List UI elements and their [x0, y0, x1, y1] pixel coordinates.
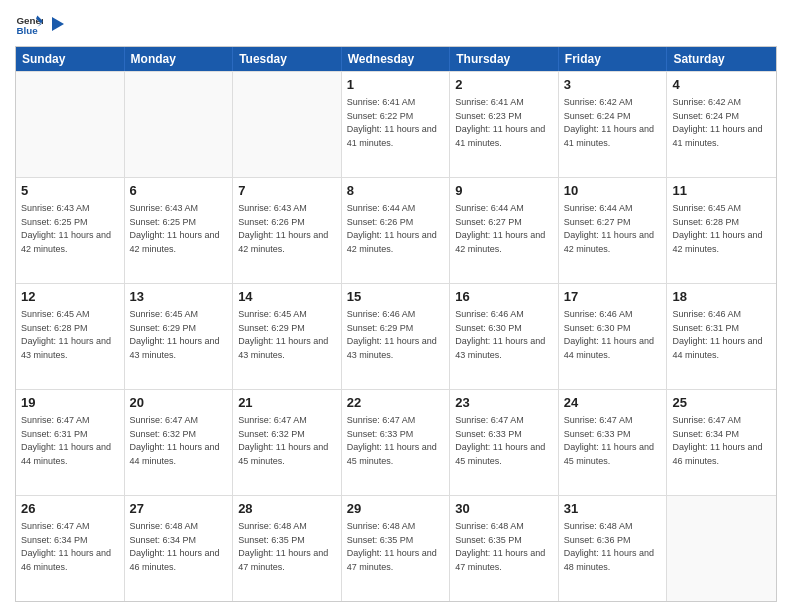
calendar-week-1: 1Sunrise: 6:41 AM Sunset: 6:22 PM Daylig… — [16, 71, 776, 177]
day-cell-4: 4Sunrise: 6:42 AM Sunset: 6:24 PM Daylig… — [667, 72, 776, 177]
day-cell-28: 28Sunrise: 6:48 AM Sunset: 6:35 PM Dayli… — [233, 496, 342, 601]
day-number: 23 — [455, 394, 553, 412]
day-cell-21: 21Sunrise: 6:47 AM Sunset: 6:32 PM Dayli… — [233, 390, 342, 495]
day-info: Sunrise: 6:48 AM Sunset: 6:35 PM Dayligh… — [238, 520, 336, 574]
day-number: 2 — [455, 76, 553, 94]
day-cell-26: 26Sunrise: 6:47 AM Sunset: 6:34 PM Dayli… — [16, 496, 125, 601]
day-header-thursday: Thursday — [450, 47, 559, 71]
day-header-saturday: Saturday — [667, 47, 776, 71]
day-info: Sunrise: 6:41 AM Sunset: 6:22 PM Dayligh… — [347, 96, 445, 150]
day-cell-10: 10Sunrise: 6:44 AM Sunset: 6:27 PM Dayli… — [559, 178, 668, 283]
svg-text:Blue: Blue — [16, 25, 38, 36]
day-number: 29 — [347, 500, 445, 518]
day-header-tuesday: Tuesday — [233, 47, 342, 71]
day-info: Sunrise: 6:43 AM Sunset: 6:25 PM Dayligh… — [21, 202, 119, 256]
day-number: 13 — [130, 288, 228, 306]
day-cell-8: 8Sunrise: 6:44 AM Sunset: 6:26 PM Daylig… — [342, 178, 451, 283]
day-cell-12: 12Sunrise: 6:45 AM Sunset: 6:28 PM Dayli… — [16, 284, 125, 389]
day-cell-25: 25Sunrise: 6:47 AM Sunset: 6:34 PM Dayli… — [667, 390, 776, 495]
day-info: Sunrise: 6:46 AM Sunset: 6:31 PM Dayligh… — [672, 308, 771, 362]
empty-cell — [233, 72, 342, 177]
calendar-week-3: 12Sunrise: 6:45 AM Sunset: 6:28 PM Dayli… — [16, 283, 776, 389]
day-number: 6 — [130, 182, 228, 200]
day-number: 7 — [238, 182, 336, 200]
day-cell-24: 24Sunrise: 6:47 AM Sunset: 6:33 PM Dayli… — [559, 390, 668, 495]
calendar-body: 1Sunrise: 6:41 AM Sunset: 6:22 PM Daylig… — [16, 71, 776, 601]
logo-icon: General Blue — [15, 10, 43, 38]
logo-triangle — [48, 15, 66, 33]
header: General Blue — [15, 10, 777, 38]
day-cell-16: 16Sunrise: 6:46 AM Sunset: 6:30 PM Dayli… — [450, 284, 559, 389]
calendar-week-5: 26Sunrise: 6:47 AM Sunset: 6:34 PM Dayli… — [16, 495, 776, 601]
day-info: Sunrise: 6:45 AM Sunset: 6:29 PM Dayligh… — [130, 308, 228, 362]
day-info: Sunrise: 6:47 AM Sunset: 6:34 PM Dayligh… — [21, 520, 119, 574]
calendar: SundayMondayTuesdayWednesdayThursdayFrid… — [15, 46, 777, 602]
day-info: Sunrise: 6:44 AM Sunset: 6:27 PM Dayligh… — [564, 202, 662, 256]
day-cell-31: 31Sunrise: 6:48 AM Sunset: 6:36 PM Dayli… — [559, 496, 668, 601]
day-info: Sunrise: 6:44 AM Sunset: 6:26 PM Dayligh… — [347, 202, 445, 256]
day-info: Sunrise: 6:48 AM Sunset: 6:35 PM Dayligh… — [347, 520, 445, 574]
day-number: 17 — [564, 288, 662, 306]
day-header-sunday: Sunday — [16, 47, 125, 71]
calendar-week-4: 19Sunrise: 6:47 AM Sunset: 6:31 PM Dayli… — [16, 389, 776, 495]
day-number: 21 — [238, 394, 336, 412]
day-cell-23: 23Sunrise: 6:47 AM Sunset: 6:33 PM Dayli… — [450, 390, 559, 495]
day-number: 31 — [564, 500, 662, 518]
day-number: 12 — [21, 288, 119, 306]
day-number: 24 — [564, 394, 662, 412]
day-cell-1: 1Sunrise: 6:41 AM Sunset: 6:22 PM Daylig… — [342, 72, 451, 177]
day-number: 25 — [672, 394, 771, 412]
day-info: Sunrise: 6:46 AM Sunset: 6:30 PM Dayligh… — [564, 308, 662, 362]
day-number: 19 — [21, 394, 119, 412]
day-info: Sunrise: 6:45 AM Sunset: 6:29 PM Dayligh… — [238, 308, 336, 362]
calendar-header-row: SundayMondayTuesdayWednesdayThursdayFrid… — [16, 47, 776, 71]
day-number: 22 — [347, 394, 445, 412]
day-header-wednesday: Wednesday — [342, 47, 451, 71]
day-cell-27: 27Sunrise: 6:48 AM Sunset: 6:34 PM Dayli… — [125, 496, 234, 601]
day-info: Sunrise: 6:47 AM Sunset: 6:31 PM Dayligh… — [21, 414, 119, 468]
day-number: 26 — [21, 500, 119, 518]
logo-wordmark — [47, 15, 67, 33]
day-number: 1 — [347, 76, 445, 94]
day-cell-18: 18Sunrise: 6:46 AM Sunset: 6:31 PM Dayli… — [667, 284, 776, 389]
empty-cell — [125, 72, 234, 177]
empty-cell — [667, 496, 776, 601]
logo: General Blue — [15, 10, 67, 38]
day-cell-14: 14Sunrise: 6:45 AM Sunset: 6:29 PM Dayli… — [233, 284, 342, 389]
day-info: Sunrise: 6:48 AM Sunset: 6:35 PM Dayligh… — [455, 520, 553, 574]
day-info: Sunrise: 6:42 AM Sunset: 6:24 PM Dayligh… — [564, 96, 662, 150]
day-number: 15 — [347, 288, 445, 306]
day-info: Sunrise: 6:47 AM Sunset: 6:33 PM Dayligh… — [347, 414, 445, 468]
day-info: Sunrise: 6:48 AM Sunset: 6:34 PM Dayligh… — [130, 520, 228, 574]
day-number: 30 — [455, 500, 553, 518]
calendar-week-2: 5Sunrise: 6:43 AM Sunset: 6:25 PM Daylig… — [16, 177, 776, 283]
day-info: Sunrise: 6:45 AM Sunset: 6:28 PM Dayligh… — [21, 308, 119, 362]
day-info: Sunrise: 6:43 AM Sunset: 6:25 PM Dayligh… — [130, 202, 228, 256]
day-number: 16 — [455, 288, 553, 306]
day-cell-29: 29Sunrise: 6:48 AM Sunset: 6:35 PM Dayli… — [342, 496, 451, 601]
day-cell-15: 15Sunrise: 6:46 AM Sunset: 6:29 PM Dayli… — [342, 284, 451, 389]
day-cell-22: 22Sunrise: 6:47 AM Sunset: 6:33 PM Dayli… — [342, 390, 451, 495]
day-info: Sunrise: 6:41 AM Sunset: 6:23 PM Dayligh… — [455, 96, 553, 150]
day-cell-19: 19Sunrise: 6:47 AM Sunset: 6:31 PM Dayli… — [16, 390, 125, 495]
day-cell-9: 9Sunrise: 6:44 AM Sunset: 6:27 PM Daylig… — [450, 178, 559, 283]
day-number: 20 — [130, 394, 228, 412]
day-info: Sunrise: 6:47 AM Sunset: 6:33 PM Dayligh… — [455, 414, 553, 468]
day-cell-17: 17Sunrise: 6:46 AM Sunset: 6:30 PM Dayli… — [559, 284, 668, 389]
day-number: 28 — [238, 500, 336, 518]
day-cell-20: 20Sunrise: 6:47 AM Sunset: 6:32 PM Dayli… — [125, 390, 234, 495]
day-number: 9 — [455, 182, 553, 200]
day-info: Sunrise: 6:47 AM Sunset: 6:32 PM Dayligh… — [130, 414, 228, 468]
day-cell-5: 5Sunrise: 6:43 AM Sunset: 6:25 PM Daylig… — [16, 178, 125, 283]
day-number: 27 — [130, 500, 228, 518]
day-cell-2: 2Sunrise: 6:41 AM Sunset: 6:23 PM Daylig… — [450, 72, 559, 177]
day-cell-6: 6Sunrise: 6:43 AM Sunset: 6:25 PM Daylig… — [125, 178, 234, 283]
day-cell-3: 3Sunrise: 6:42 AM Sunset: 6:24 PM Daylig… — [559, 72, 668, 177]
day-number: 5 — [21, 182, 119, 200]
day-number: 3 — [564, 76, 662, 94]
day-cell-30: 30Sunrise: 6:48 AM Sunset: 6:35 PM Dayli… — [450, 496, 559, 601]
day-cell-7: 7Sunrise: 6:43 AM Sunset: 6:26 PM Daylig… — [233, 178, 342, 283]
day-info: Sunrise: 6:43 AM Sunset: 6:26 PM Dayligh… — [238, 202, 336, 256]
day-cell-13: 13Sunrise: 6:45 AM Sunset: 6:29 PM Dayli… — [125, 284, 234, 389]
svg-marker-3 — [52, 17, 64, 31]
